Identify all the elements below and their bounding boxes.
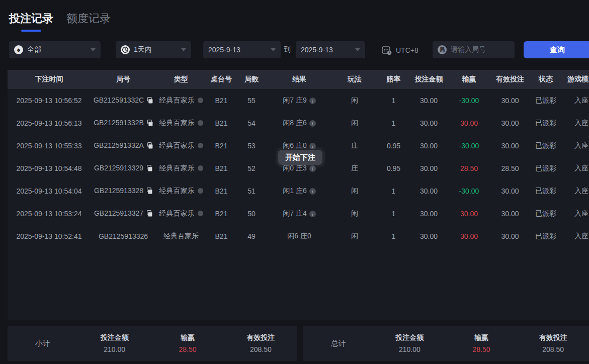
round-id-cell: GB2125913326 xyxy=(91,225,156,247)
odds-cell: 0.95 xyxy=(377,134,410,157)
time-range-select[interactable]: 1天内 xyxy=(116,41,191,58)
round-count-cell: 50 xyxy=(236,202,267,225)
status-cell: 已派彩 xyxy=(530,202,562,225)
game-type-cell: 经典百家乐 xyxy=(156,225,206,247)
date-from-select[interactable]: 2025-9-13 xyxy=(203,41,281,58)
valid-bet-cell: 28.50 xyxy=(490,157,530,179)
odds-cell: 1 xyxy=(377,89,410,112)
bet-amount-cell: 30.00 xyxy=(410,179,448,202)
valid-bet-cell: 30.00 xyxy=(490,225,530,247)
bet-amount-cell: 30.00 xyxy=(410,112,448,134)
timezone-label: UTC+8 xyxy=(396,46,418,54)
result-cell: 闲6 庄0 xyxy=(267,225,332,247)
info-icon[interactable]: i xyxy=(309,120,316,127)
bet-amount-cell: 30.00 xyxy=(410,225,448,247)
round-count-cell: 53 xyxy=(236,134,267,157)
table-row: 2025-09-13 10:56:52GB212591332C经典百家乐B215… xyxy=(8,89,589,112)
start-betting-tooltip: 开始下注 xyxy=(278,150,322,165)
clock-icon xyxy=(121,45,130,54)
round-count-cell: 52 xyxy=(236,157,267,179)
odds-cell: 1 xyxy=(377,179,410,202)
copy-icon[interactable] xyxy=(146,165,152,173)
play-type-cell: 庄 xyxy=(332,134,377,157)
win-loss-cell: -30.00 xyxy=(448,179,490,202)
bet-time-cell: 2025-09-13 10:56:52 xyxy=(8,89,91,112)
total-label: 总计 xyxy=(303,339,374,348)
col-header-4: 局数 xyxy=(236,70,267,89)
info-icon[interactable]: i xyxy=(309,98,316,104)
time-range-value: 1天内 xyxy=(134,45,152,54)
date-to-select[interactable]: 2025-9-13 xyxy=(296,41,365,58)
round-count-cell: 49 xyxy=(236,225,267,247)
records-panel: 下注时间局号类型桌台号局数结果玩法赔率投注金额输赢有效投注状态游戏模式 2025… xyxy=(8,70,589,320)
valid-bet-cell: 30.00 xyxy=(490,202,530,225)
win-loss-cell: 28.50 xyxy=(448,157,490,179)
round-id-cell: GB212591332A xyxy=(91,134,156,157)
copy-icon[interactable] xyxy=(146,97,153,105)
result-cell: 闲8 庄6i xyxy=(267,112,332,134)
game-mode-cell: 入座 xyxy=(562,134,589,157)
game-type-cell: 经典百家乐 xyxy=(156,134,206,157)
table-no-cell: B21 xyxy=(206,225,236,247)
bet-amount-cell: 30.00 xyxy=(410,157,448,179)
info-icon[interactable]: i xyxy=(309,188,316,195)
round-id-cell: GB2125913328 xyxy=(91,179,156,202)
copy-icon[interactable] xyxy=(146,210,152,218)
win-loss-cell: -30.00 xyxy=(448,89,490,112)
round-id-cell: GB212591332C xyxy=(91,89,156,112)
game-mode-cell: 入座 xyxy=(562,225,589,247)
status-cell: 已派彩 xyxy=(530,157,562,179)
status-cell: 已派彩 xyxy=(530,134,562,157)
round-badge-icon: 局 xyxy=(438,45,447,54)
game-type-cell: 经典百家乐 xyxy=(156,179,206,202)
game-type-select[interactable]: ♠ 全部 xyxy=(9,41,101,58)
play-type-cell: 闲 xyxy=(332,112,377,134)
play-type-cell: 闲 xyxy=(332,179,377,202)
calendar-clock-icon xyxy=(381,45,392,56)
tab-quota-records[interactable]: 额度记录 xyxy=(66,11,111,32)
game-type-value: 全部 xyxy=(27,45,41,54)
subtotal-card: 小计 投注金额 210.00 输赢 28.50 有效投注 208.50 xyxy=(8,326,297,361)
odds-cell: 1 xyxy=(377,112,410,134)
col-header-1: 局号 xyxy=(91,70,156,89)
valid-bet-cell: 30.00 xyxy=(490,89,530,112)
result-cell: 闲7 庄9i xyxy=(267,89,332,112)
table-no-cell: B21 xyxy=(206,134,236,157)
date-to-value: 2025-9-13 xyxy=(301,46,333,54)
valid-bet-cell: 30.00 xyxy=(490,112,530,134)
valid-bet-cell: 30.00 xyxy=(490,134,530,157)
date-range-to-label: 到 xyxy=(284,45,291,54)
date-from-value: 2025-9-13 xyxy=(208,46,240,54)
copy-icon[interactable] xyxy=(146,188,152,196)
info-icon[interactable]: i xyxy=(309,211,316,217)
round-id-input[interactable]: 局 请输入局号 xyxy=(433,41,515,58)
round-count-cell: 51 xyxy=(236,179,267,202)
round-count-cell: 55 xyxy=(236,89,267,112)
chevron-down-icon xyxy=(355,48,360,51)
query-button[interactable]: 查询 xyxy=(524,41,589,58)
round-count-cell: 54 xyxy=(236,112,267,134)
info-icon[interactable]: i xyxy=(309,143,316,149)
game-mode-cell: 入座 xyxy=(562,202,589,225)
subtotal-valid-bet: 有效投注 208.50 xyxy=(224,333,297,353)
bet-time-cell: 2025-09-13 10:54:48 xyxy=(8,157,91,179)
result-cell: 闲1 庄6i xyxy=(267,179,332,202)
play-type-cell: 庄 xyxy=(332,157,377,179)
info-icon[interactable]: i xyxy=(309,165,316,172)
tab-bet-records[interactable]: 投注记录 xyxy=(9,11,53,32)
game-type-cell: 经典百家乐 xyxy=(156,89,206,112)
win-loss-cell: 30.00 xyxy=(448,225,490,247)
bet-amount-cell: 30.00 xyxy=(410,202,448,225)
copy-icon[interactable] xyxy=(146,142,153,150)
round-input-placeholder: 请输入局号 xyxy=(451,45,486,54)
status-cell: 已派彩 xyxy=(530,112,562,134)
bet-time-cell: 2025-09-13 10:54:04 xyxy=(8,179,91,202)
copy-icon[interactable] xyxy=(146,120,153,128)
win-loss-cell: 30.00 xyxy=(448,112,490,134)
subtotal-win-loss: 输赢 28.50 xyxy=(151,333,224,353)
table-body: 2025-09-13 10:56:52GB212591332C经典百家乐B215… xyxy=(8,89,589,247)
chevron-down-icon xyxy=(91,48,96,51)
filter-bar: ♠ 全部 1天内 2025-9-13 到 2025-9-13 UTC+8 局 请 xyxy=(0,41,589,58)
table-row: 2025-09-13 10:56:13GB212591332B经典百家乐B215… xyxy=(8,112,589,134)
bet-time-cell: 2025-09-13 10:56:13 xyxy=(8,112,91,134)
